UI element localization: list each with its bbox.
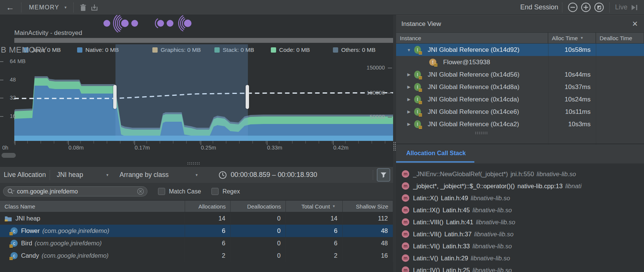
column-header-total-count[interactable]: Total Count ▼ [286, 201, 343, 212]
frame-function: Latin::VII() [413, 231, 442, 238]
stack-frame-row[interactable]: m_jobject*, _jobject*)::$_0::operator()(… [396, 180, 644, 192]
chevron-down-icon[interactable]: ▼ [195, 173, 198, 177]
arrange-select[interactable]: Arrange by class [120, 171, 169, 179]
search-input[interactable]: com.google.jnirefdemo [3, 186, 147, 196]
clear-search-icon[interactable] [137, 188, 144, 195]
jni-badge-icon [434, 63, 437, 66]
stack-frame-row[interactable]: mLatin::VI()Latin.h:33libnative-lib.so [396, 240, 644, 252]
live-allocation-label: Live Allocation [4, 171, 46, 179]
method-icon: m [402, 194, 409, 202]
stack-frame-row[interactable]: mLatin::IX()Latin.h:45libnative-lib.so [396, 204, 644, 216]
search-icon[interactable] [7, 188, 15, 195]
instance-row[interactable]: ▼IJNI Global Reference (0x14d92)10s58ms [396, 44, 644, 56]
instance-table-header[interactable]: InstanceAlloc Time ▼Dealloc Time [396, 32, 644, 44]
stack-frame-row[interactable]: mLatin::X()Latin.h:49libnative-lib.so [396, 192, 644, 204]
touch-event-icon [157, 20, 164, 27]
instance-row[interactable]: ▶IJNI Global Reference (0x14ca2)10s3ms [396, 118, 644, 130]
touch-event-icon [167, 20, 173, 27]
frame-location: Latin.h:25 [443, 267, 470, 272]
match-case-checkbox[interactable] [158, 188, 165, 195]
touch-event-icon [103, 20, 110, 27]
instance-row[interactable]: ▶IJNI Global Reference (0x14cda)10s24ms [396, 93, 644, 106]
chevron-collapsed-icon[interactable]: ▶ [405, 109, 413, 114]
column-header-class-name[interactable]: Class Name [0, 201, 185, 212]
instance-row[interactable]: fFlower@153938 [396, 56, 644, 68]
stack-frame-row[interactable]: mLatin::IV()Latin.h:25libnative-lib.so [396, 264, 644, 272]
end-session-button[interactable]: End Session [520, 3, 558, 11]
reset-zoom-icon[interactable] [594, 2, 604, 12]
instance-row[interactable]: ▶IJNI Global Reference (0x14d56)10s44ms [396, 68, 644, 81]
vertical-splitter-handle[interactable] [393, 142, 396, 151]
legend-swatch-icon [77, 47, 82, 53]
chevron-collapsed-icon[interactable]: ▶ [405, 97, 413, 102]
selection-handle-left[interactable] [113, 85, 117, 109]
zoom-in-icon[interactable] [581, 2, 591, 12]
profiler-session-select[interactable]: MEMORY [29, 4, 59, 11]
search-value[interactable]: com.google.jnirefdemo [17, 188, 137, 195]
stack-frame-row[interactable]: m_JNIEnv::NewGlobalRef(_jobject*)jni.h:5… [396, 168, 644, 180]
stack-frame-row[interactable]: mLatin::V()Latin.h:29libnative-lib.so [396, 252, 644, 264]
class-table: Class NameAllocationsDeallocationsTotal … [0, 200, 393, 272]
table-row[interactable]: cFlower(com.google.jnirefdemo)60648 [0, 225, 393, 237]
live-button[interactable]: Live [615, 3, 627, 11]
chevron-collapsed-icon[interactable]: ▶ [405, 85, 413, 89]
export-icon[interactable] [89, 2, 100, 13]
chevron-down-icon[interactable]: ▼ [106, 173, 109, 177]
skip-to-end-icon[interactable] [630, 4, 639, 11]
back-button[interactable]: ← [3, 3, 17, 12]
jni-badge-icon [9, 257, 13, 260]
column-header-dealloc-time[interactable]: Dealloc Time [596, 33, 644, 43]
instance-label: JNI Global Reference (0x14ce6) [428, 108, 519, 116]
horizontal-splitter-handle[interactable] [187, 162, 200, 165]
timeline-scrollbar-thumb[interactable] [2, 153, 16, 158]
chevron-down-icon[interactable]: ▼ [64, 6, 67, 9]
allocations-value: 6 [185, 237, 231, 249]
chevron-collapsed-icon[interactable]: ▶ [405, 122, 413, 127]
panel-splitter[interactable] [393, 15, 396, 272]
regex-label[interactable]: Regex [222, 188, 240, 195]
stack-frame-row[interactable]: mLatin::VII()Latin.h:37libnative-lib.so [396, 228, 644, 240]
column-divider [343, 262, 343, 272]
frame-module: libnative-lib.so [472, 207, 512, 214]
column-header-allocations[interactable]: Allocations [185, 201, 231, 212]
toolbar-separator [21, 3, 21, 12]
table-row[interactable]: cBird(com.google.jnirefdemo)60648 [0, 237, 393, 249]
column-header-instance[interactable]: Instance [396, 33, 548, 43]
legend-swatch-icon [333, 47, 338, 53]
table-row[interactable]: cCandy(com.google.jnirefdemo)20216 [0, 249, 393, 262]
jni-reference-icon: I [414, 71, 421, 79]
chevron-collapsed-icon[interactable]: ▶ [405, 72, 413, 77]
close-icon[interactable]: ✕ [632, 20, 638, 28]
profiler-toolbar: ← MEMORY ▼ End Session Live [0, 0, 644, 15]
horizontal-splitter-handle[interactable] [475, 131, 488, 134]
table-row[interactable]: JNI heap14014112 [0, 212, 393, 225]
frame-module: libnative-lib.so [472, 267, 512, 272]
frame-module: libnative-lib.so [472, 243, 512, 250]
memory-timeline-panel: MainActivity - destroyed Java: 0 MBNativ… [0, 15, 393, 272]
tab-allocation-call-stack[interactable]: Allocation Call Stack [406, 150, 466, 157]
instance-row[interactable]: ▶IJNI Global Reference (0x14d8a)10s37ms [396, 81, 644, 93]
filter-button[interactable] [377, 168, 390, 181]
regex-checkbox[interactable] [211, 188, 219, 195]
shallow-size-value: 16 [343, 249, 393, 262]
sort-desc-icon: ▼ [332, 204, 336, 208]
frame-function: Latin::IX() [413, 207, 440, 214]
column-header-deallocations[interactable]: Deallocations [231, 201, 286, 212]
timeline-selection[interactable] [115, 44, 248, 141]
frame-location: Latin.h:33 [443, 243, 470, 250]
column-header-shallow-size[interactable]: Shallow Size [343, 201, 393, 212]
instance-row[interactable]: ▶IJNI Global Reference (0x14ce6)10s11ms [396, 106, 644, 118]
heap-select[interactable]: JNI heap [57, 171, 83, 179]
method-icon: m [402, 230, 409, 238]
selection-handle-right[interactable] [246, 85, 249, 109]
frame-module: libnative-lib.so [476, 219, 515, 226]
trash-icon[interactable] [77, 2, 89, 13]
match-case-label[interactable]: Match Case [169, 188, 201, 195]
class-table-header[interactable]: Class NameAllocationsDeallocationsTotal … [0, 200, 393, 212]
allocations-value: 6 [185, 225, 231, 237]
chevron-expanded-icon[interactable]: ▼ [405, 48, 413, 52]
column-divider [231, 262, 231, 272]
zoom-out-icon[interactable] [568, 2, 578, 12]
stack-frame-row[interactable]: mLatin::VIII()Latin.h:41libnative-lib.so [396, 216, 644, 228]
column-header-alloc-time[interactable]: Alloc Time ▼ [548, 33, 596, 43]
